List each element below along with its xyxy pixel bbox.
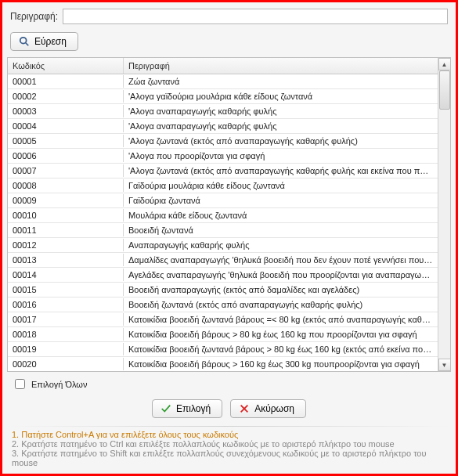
grid-header: Κωδικός Περιγραφή (8, 58, 438, 74)
cell-code: 00014 (8, 269, 124, 281)
cell-code: 00020 (8, 358, 124, 370)
table-row[interactable]: 00004'Αλογα αναπαραγωγής καθαρής φυλής (8, 119, 438, 134)
cell-code: 00018 (8, 328, 124, 341)
cell-desc: Βοοειδή ζωντανά (124, 224, 438, 236)
cell-desc: Κατοικίδια βοοειδή βάρους > 160 kg έως 3… (124, 358, 438, 370)
scroll-up-icon[interactable]: ▲ (438, 58, 451, 70)
table-row[interactable]: 00007'Αλογα ζωντανά (εκτός από αναπαραγω… (8, 164, 438, 178)
table-row[interactable]: 00020Κατοικίδια βοοειδή βάρους > 160 kg … (8, 357, 438, 371)
table-row[interactable]: 00005'Αλογα ζωντανά (εκτός από αναπαραγω… (8, 134, 438, 149)
cancel-button[interactable]: Ακύρωση (230, 399, 306, 418)
table-row[interactable]: 00016Βοοειδή ζωντανά (εκτός από αναπαραγ… (8, 298, 438, 312)
cell-desc: Γαϊδούρια ζωντανά (124, 194, 438, 207)
table-row[interactable]: 00019Κατοικίδια βοοειδή ζωντανά βάρους >… (8, 342, 438, 357)
footer-tips: 1. Πατήστε Control+A για να επιλέξετε όλ… (4, 427, 454, 472)
table-row[interactable]: 00014Αγελάδες αναπαραγωγής 'θηλυκά βοοει… (8, 268, 438, 283)
magnifier-icon (19, 36, 30, 47)
cell-code: 00011 (8, 224, 124, 236)
find-row: Εύρεση (4, 27, 454, 57)
find-button[interactable]: Εύρεση (10, 32, 78, 51)
table-row[interactable]: 00017Κατοικίδια βοοειδή ζωντανά βάρους =… (8, 312, 438, 327)
cell-code: 00019 (8, 343, 124, 355)
search-input[interactable] (63, 9, 448, 24)
cell-code: 00012 (8, 239, 124, 251)
grid-container: Κωδικός Περιγραφή 00001Ζώα ζωντανά00002'… (7, 57, 451, 372)
cell-desc: 'Αλογα γαϊδούρια μουλάρια κάθε είδους ζω… (124, 90, 438, 103)
cell-desc: Κατοικίδια βοοειδή βάρους > 80 kg έως 16… (124, 328, 438, 341)
cell-code: 00013 (8, 254, 124, 266)
cell-desc: 'Αλογα ζωντανά (εκτός από αναπαραγωγής κ… (124, 164, 438, 177)
cell-desc: Ζώα ζωντανά (124, 75, 438, 88)
table-row[interactable]: 00011Βοοειδή ζωντανά (8, 223, 438, 238)
cancel-button-label: Ακύρωση (254, 403, 294, 414)
find-button-label: Εύρεση (34, 36, 67, 47)
svg-point-0 (20, 38, 27, 44)
cell-code: 00006 (8, 150, 124, 162)
cell-code: 00005 (8, 135, 124, 147)
cell-desc: 'Αλογα αναπαραγωγής καθαρής φυλής (124, 105, 438, 117)
scroll-track[interactable] (438, 70, 451, 359)
col-header-desc[interactable]: Περιγραφή (124, 58, 438, 74)
ok-button[interactable]: Επιλογή (152, 399, 222, 418)
grid-body[interactable]: 00001Ζώα ζωντανά00002'Αλογα γαϊδούρια μο… (8, 74, 438, 371)
cell-code: 00007 (8, 164, 124, 177)
select-all-checkbox[interactable] (15, 379, 25, 389)
table-row[interactable]: 00018Κατοικίδια βοοειδή βάρους > 80 kg έ… (8, 327, 438, 342)
table-row[interactable]: 00002'Αλογα γαϊδούρια μουλάρια κάθε είδο… (8, 89, 438, 104)
scroll-thumb[interactable] (439, 70, 450, 110)
check-icon (160, 403, 171, 414)
cell-desc: Βοοειδή αναπαραγωγής (εκτός από δαμαλίδε… (124, 283, 438, 296)
cell-code: 00010 (8, 209, 124, 222)
cell-code: 00002 (8, 90, 124, 103)
cell-desc: Γαϊδούρια μουλάρια κάθε είδους ζωντανά (124, 179, 438, 192)
cell-desc: Μουλάρια κάθε είδους ζωντανά (124, 209, 438, 222)
table-row[interactable]: 00010Μουλάρια κάθε είδους ζωντανά (8, 208, 438, 223)
col-header-code[interactable]: Κωδικός (8, 58, 124, 74)
table-row[interactable]: 00003'Αλογα αναπαραγωγής καθαρής φυλής (8, 104, 438, 119)
select-all-row: Επιλογή Όλων (4, 372, 454, 396)
scroll-down-icon[interactable]: ▼ (438, 359, 451, 371)
table-row[interactable]: 00015Βοοειδή αναπαραγωγής (εκτός από δαμ… (8, 283, 438, 298)
cell-code: 00016 (8, 298, 124, 311)
x-icon (239, 403, 250, 414)
cell-desc: Βοοειδή ζωντανά (εκτός από αναπαραγωγής … (124, 298, 438, 311)
cell-desc: Αναπαραγωγής καθαρής φυλής (124, 239, 438, 251)
dialog-window: Περιγραφή: Εύρεση Κωδικός Περιγραφή 0000… (0, 0, 458, 476)
cell-code: 00017 (8, 313, 124, 326)
cell-code: 00001 (8, 75, 124, 88)
search-row: Περιγραφή: (4, 4, 454, 27)
table-row[interactable]: 00012Αναπαραγωγής καθαρής φυλής (8, 238, 438, 253)
table-row[interactable]: 00009Γαϊδούρια ζωντανά (8, 193, 438, 208)
cell-code: 00009 (8, 194, 124, 207)
table-row[interactable]: 00006'Αλογα που προορίζονται για σφαγή (8, 149, 438, 164)
cell-code: 00003 (8, 105, 124, 117)
table-row[interactable]: 00001Ζώα ζωντανά (8, 74, 438, 89)
ok-button-label: Επιλογή (176, 403, 211, 414)
action-row: Επιλογή Ακύρωση (4, 396, 454, 424)
tip-3: 3. Κρατήστε πατημένο το Shift και επιλέξ… (12, 449, 446, 467)
cell-code: 00008 (8, 179, 124, 192)
table-row[interactable]: 00008Γαϊδούρια μουλάρια κάθε είδους ζωντ… (8, 178, 438, 193)
cell-desc: 'Αλογα που προορίζονται για σφαγή (124, 150, 438, 162)
table-row[interactable]: 00013Δαμαλίδες αναπαραγωγής 'θηλυκά βοοε… (8, 253, 438, 268)
cell-code: 00015 (8, 283, 124, 296)
cell-desc: Κατοικίδια βοοειδή ζωντανά βάρους =< 80 … (124, 313, 438, 326)
search-label: Περιγραφή: (10, 11, 58, 22)
tip-2: 2. Κρατήστε πατημένο το Ctrl και επιλέξτ… (12, 439, 446, 449)
grid[interactable]: Κωδικός Περιγραφή 00001Ζώα ζωντανά00002'… (8, 58, 438, 371)
svg-line-1 (26, 43, 29, 46)
cell-desc: Αγελάδες αναπαραγωγής 'θηλυκά βοοειδή πο… (124, 269, 438, 281)
cell-desc: 'Αλογα ζωντανά (εκτός από αναπαραγωγής κ… (124, 135, 438, 147)
cell-desc: Κατοικίδια βοοειδή ζωντανά βάρους > 80 k… (124, 343, 438, 355)
cell-desc: Δαμαλίδες αναπαραγωγής 'θηλυκά βοοειδή π… (124, 254, 438, 266)
cell-code: 00004 (8, 120, 124, 132)
vertical-scrollbar[interactable]: ▲ ▼ (438, 58, 450, 371)
cell-desc: 'Αλογα αναπαραγωγής καθαρής φυλής (124, 120, 438, 132)
select-all-label: Επιλογή Όλων (31, 380, 87, 389)
tip-1: 1. Πατήστε Control+A για να επιλέξετε όλ… (12, 430, 446, 439)
